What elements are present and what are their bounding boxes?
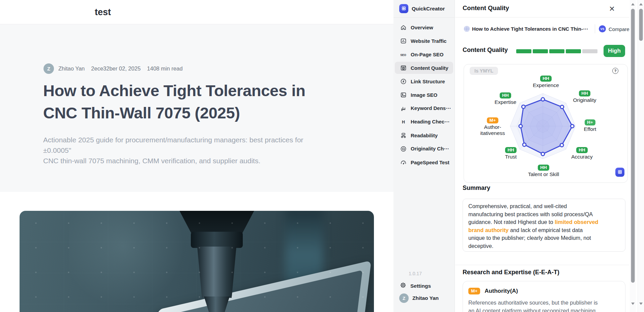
rating-badge: HH [576, 147, 588, 153]
radar-axis-talent-or-skill: HHTalent or Skill [520, 164, 567, 177]
sidebar-user[interactable]: Z Zhitao Yan [399, 293, 439, 303]
panel-scrollbar [630, 0, 636, 312]
section-divider [455, 265, 629, 265]
pagespeed-icon [400, 159, 407, 166]
rating-badge: M+ [487, 117, 498, 123]
sidebar-item-label: Website Traffic [411, 38, 446, 44]
axis-name: Author- [469, 124, 516, 130]
rating-badge: HH [500, 92, 511, 98]
rating-badge: HH [505, 147, 517, 153]
page-scrollbar-thumb[interactable] [639, 9, 643, 41]
panel-scrollbar-thumb[interactable] [631, 9, 635, 283]
panel-header: Content Quality × [455, 0, 629, 18]
authority-title: Authority(A) [485, 288, 518, 294]
sidebar-item-keyword-dens[interactable]: Keyword Dens⋯ [393, 102, 455, 115]
sidebar-item-overview[interactable]: Overview [393, 21, 455, 34]
read-time: 1408 min read [147, 65, 183, 72]
radar-axis-experience: HHExperience [522, 75, 569, 88]
help-icon[interactable]: ? [612, 68, 618, 74]
scroll-up-arrow[interactable] [631, 3, 635, 5]
page-scrollbar [638, 0, 644, 312]
radar-axis-effort: H+Effort [566, 119, 614, 132]
divider [595, 24, 595, 33]
brand-row: QuickCreator [393, 0, 455, 18]
site-title: test [95, 0, 111, 24]
authority-card: M+ Authority(A) References authoritative… [463, 281, 625, 312]
analyzed-article-title: How to Achieve Tight Tolerances in CNC T… [472, 26, 593, 32]
rating-badge: HH [538, 165, 549, 171]
article-date: 2ece32ber 02, 2025 [91, 65, 141, 72]
sidebar-item-label: Content Quality [411, 65, 448, 71]
article-title-line: How to Achieve Tight Tolerances in [43, 80, 357, 102]
close-icon[interactable]: × [607, 2, 617, 16]
content-quality-panel: Content Quality × How to Achieve Tight T… [455, 0, 629, 312]
site-header: test [0, 0, 394, 24]
sidebar-item-heading-chec[interactable]: HHeading Chec⋯ [393, 115, 455, 129]
sidebar-item-link-structure[interactable]: Link Structure [393, 75, 455, 88]
sidebar-item-on-page-seo[interactable]: SEOOn-Page SEO [393, 48, 455, 61]
sidebar-item-website-traffic[interactable]: Website Traffic [393, 34, 455, 48]
research-heading: Research and Expertise (E-E-A-T) [463, 269, 559, 276]
heading-icon: H [400, 118, 407, 125]
extension-sidebar: QuickCreator OverviewWebsite TrafficSEOO… [393, 0, 455, 312]
traffic-icon [400, 37, 407, 44]
score-segment-empty [582, 49, 597, 53]
sidebar-item-settings[interactable]: Settings [400, 282, 431, 290]
hero-image [20, 211, 374, 312]
sidebar-item-image-seo[interactable]: Image SEO [393, 88, 455, 102]
readability-icon [400, 132, 407, 139]
sidebar-item-label: Heading Chec⋯ [411, 119, 449, 125]
sidebar-item-originality-ch[interactable]: Originality Ch⋯ [393, 142, 455, 155]
sidebar-item-label: Link Structure [411, 79, 445, 84]
sidebar-item-label: Readability [411, 133, 438, 138]
radar-card: Is YMYL ? HHExperienceHHOriginalityH+Eff… [464, 64, 628, 183]
scroll-down-arrow[interactable] [639, 303, 643, 305]
axis-name: Accuracy [558, 154, 606, 160]
keyword-density-icon [400, 105, 407, 112]
axis-name: Expertise [482, 99, 529, 105]
sidebar-item-label: Originality Ch⋯ [411, 146, 449, 152]
axis-name: Talent or Skill [520, 171, 567, 177]
rating-badge: HH [540, 76, 552, 82]
home-icon [400, 24, 407, 31]
scroll-up-arrow[interactable] [639, 3, 643, 5]
article-meta: Z Zhitao Yan 2ece32ber 02, 2025 1408 min… [43, 63, 189, 74]
sidebar-item-content-quality[interactable]: Content Quality [393, 61, 455, 75]
user-name: Zhitao Yan [412, 295, 439, 301]
panel-title: Content Quality [463, 4, 509, 12]
score-segment-filled [549, 49, 564, 53]
originality-icon [400, 145, 407, 152]
sidebar-item-readability[interactable]: Readability [393, 129, 455, 142]
summary-heading: Summary [463, 185, 490, 192]
sidebar-item-label: PageSpeed Test [411, 160, 449, 165]
quality-icon [400, 64, 407, 71]
sidebar-item-label: On-Page SEO [411, 52, 444, 57]
seo-icon: SEO [400, 51, 407, 58]
author-avatar: Z [43, 63, 54, 74]
svg-text:H: H [402, 120, 405, 124]
radar-axis-trust: HHTrust [487, 147, 534, 160]
axis-name: Effort [566, 126, 614, 132]
score-segment-filled [566, 49, 581, 53]
radar-axis-expertise: HHExpertise [482, 92, 529, 105]
sidebar-item-label: Overview [411, 25, 433, 30]
axis-name: Experience [522, 82, 569, 88]
author-name: Zhitao Yan [58, 65, 85, 72]
sidebar-item-label: Image SEO [411, 92, 437, 98]
compare-button[interactable]: Compare [609, 26, 630, 32]
sidebar-item-pagespeed-test[interactable]: PageSpeed Test [393, 155, 455, 169]
sidebar-item-label: Keyword Dens⋯ [411, 105, 451, 111]
radar-axis-author-itativeness: M+Author-itativeness [469, 117, 516, 136]
image-icon [400, 91, 407, 98]
rating-badge: HH [579, 90, 590, 96]
scroll-down-arrow[interactable] [631, 303, 635, 305]
article-title-line: CNC Thin-Wall 7075 (2025) [43, 102, 357, 124]
authority-text: References authoritative sources, but th… [468, 299, 620, 312]
svg-text:SEO: SEO [400, 53, 406, 56]
globe-icon [464, 26, 470, 32]
axis-name: itativeness [469, 130, 516, 136]
settings-label: Settings [410, 283, 431, 289]
score-segment-filled [516, 49, 531, 53]
vs-icon[interactable]: VS [599, 25, 606, 32]
score-label: Content Quality [463, 47, 508, 54]
